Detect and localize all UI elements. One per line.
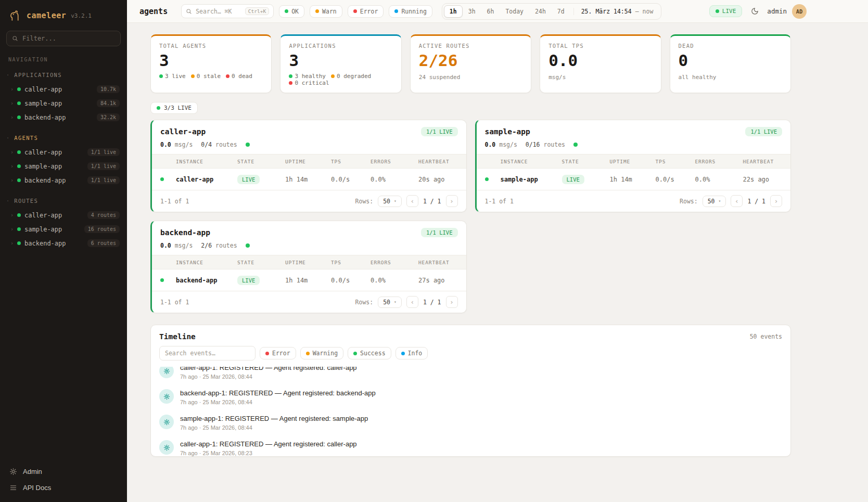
app-card-caller-app: caller-app 1/1 LIVE 0.0 msg/s 0/4 routes… bbox=[150, 120, 467, 212]
event-gear-icon bbox=[159, 415, 174, 429]
timeline-title: Timeline bbox=[159, 332, 196, 341]
range-button-today[interactable]: Today bbox=[500, 5, 529, 18]
status-dot-green bbox=[17, 87, 21, 91]
timeline-event-list[interactable]: caller-app-1: REGISTERED — Agent registe… bbox=[151, 367, 790, 457]
stat-value: 2/26 bbox=[419, 52, 522, 69]
timeline-event: caller-app-1: REGISTERED — Agent registe… bbox=[159, 435, 782, 457]
sidebar-item-applications-sample-app[interactable]: › sample-app 84.1k bbox=[0, 96, 127, 110]
table-row[interactable]: caller-app LIVE 1h 14m 0.0/s 0.0% 20s ag… bbox=[152, 169, 466, 190]
timeline-filter-info[interactable]: Info bbox=[395, 347, 428, 359]
search-input[interactable] bbox=[196, 8, 241, 15]
filter-chip-error[interactable]: Error bbox=[348, 5, 384, 18]
chevron-down-icon: ▾ bbox=[719, 199, 721, 203]
nav-section-routes: · ROUTES › caller-app 4 routes › sample-… bbox=[0, 196, 127, 250]
item-count-badge: 1/1 live bbox=[87, 148, 120, 156]
shortcut-kbd: Ctrl+K bbox=[245, 7, 269, 15]
sidebar-item-agents-backend-app[interactable]: › backend-app 1/1 live bbox=[0, 173, 127, 187]
critical-dot-icon bbox=[289, 81, 292, 85]
date-range-display[interactable]: 25. März 14:54 — now bbox=[573, 8, 660, 15]
prev-page-button[interactable]: ‹ bbox=[406, 296, 418, 308]
next-page-button[interactable]: › bbox=[446, 195, 458, 207]
page-indicator: 1 / 1 bbox=[423, 299, 441, 306]
degraded-dot-icon bbox=[331, 74, 335, 78]
chevron-down-icon: ▾ bbox=[394, 300, 397, 304]
app-card-sample-app: sample-app 1/1 LIVE 0.0 msg/s 0/16 route… bbox=[475, 120, 792, 212]
topbar: agents Ctrl+K OK Warn Error Running bbox=[127, 0, 868, 23]
sidebar-item-routes-sample-app[interactable]: › sample-app 16 routes bbox=[0, 222, 127, 236]
chevron-right-icon: › bbox=[10, 86, 14, 92]
app-version: v3.2.1 bbox=[71, 12, 92, 19]
event-text: sample-app-1: REGISTERED — Agent registe… bbox=[180, 415, 368, 422]
section-header-routes[interactable]: · ROUTES bbox=[0, 196, 127, 208]
filter-chip-running[interactable]: Running bbox=[389, 5, 432, 18]
range-button-7d[interactable]: 7d bbox=[552, 5, 570, 18]
timeline-filter-warning[interactable]: Warning bbox=[300, 347, 343, 359]
prev-page-button[interactable]: ‹ bbox=[406, 195, 418, 207]
stat-value: 3 bbox=[289, 52, 392, 69]
timeline-search-input[interactable] bbox=[159, 346, 256, 361]
section-header-agents[interactable]: · AGENTS bbox=[0, 133, 127, 145]
app-card-title: caller-app bbox=[160, 127, 206, 136]
sidebar-item-api-docs[interactable]: API Docs bbox=[9, 484, 118, 492]
sidebar-item-routes-caller-app[interactable]: › caller-app 4 routes bbox=[0, 208, 127, 222]
sidebar-item-agents-caller-app[interactable]: › caller-app 1/1 live bbox=[0, 145, 127, 159]
success-dot-icon bbox=[353, 352, 357, 355]
sidebar-filter-input[interactable] bbox=[22, 35, 115, 42]
global-search: Ctrl+K bbox=[181, 4, 274, 18]
app-logo[interactable]: cameleer v3.2.1 bbox=[0, 0, 127, 30]
app-root: cameleer v3.2.1 NAVIGATION · APPLICATION… bbox=[0, 0, 868, 502]
status-dot-green bbox=[17, 150, 21, 154]
table-row[interactable]: backend-app LIVE 1h 14m 0.0/s 0.0% 27s a… bbox=[152, 269, 466, 291]
prev-page-button[interactable]: ‹ bbox=[731, 195, 743, 207]
range-button-6h[interactable]: 6h bbox=[481, 5, 500, 18]
rows-per-page-select[interactable]: 50▾ bbox=[378, 196, 402, 207]
table-row[interactable]: sample-app LIVE 1h 14m 0.0/s 0.0% 22s ag… bbox=[477, 169, 791, 190]
error-dot-icon bbox=[353, 9, 357, 13]
avatar[interactable]: AD bbox=[792, 4, 807, 19]
next-page-button[interactable]: › bbox=[770, 195, 782, 207]
dark-mode-toggle[interactable] bbox=[747, 4, 762, 19]
gear-icon bbox=[9, 468, 17, 475]
item-count-badge: 32.2k bbox=[97, 113, 120, 121]
collapse-dot-icon: · bbox=[6, 72, 10, 78]
item-count-badge: 6 routes bbox=[87, 239, 120, 247]
filter-chip-warn[interactable]: Warn bbox=[310, 5, 342, 18]
range-start: 25. März 14:54 bbox=[581, 8, 632, 15]
table-footer: 1-1 of 1 Rows: 50▾ ‹ 1 / 1 › bbox=[152, 291, 466, 313]
item-count-badge: 1/1 live bbox=[87, 176, 120, 184]
page-title: agents bbox=[139, 7, 168, 16]
range-separator: — bbox=[635, 8, 639, 15]
time-range-group: 1h 3h 6h Today 24h 7d 25. März 14:54 — n… bbox=[442, 3, 662, 20]
app-card-title: backend-app bbox=[160, 228, 210, 237]
sidebar-item-applications-backend-app[interactable]: › backend-app 32.2k bbox=[0, 110, 127, 124]
app-live-badge: 1/1 LIVE bbox=[745, 127, 782, 136]
state-badge: LIVE bbox=[237, 276, 260, 285]
item-count-badge: 84.1k bbox=[97, 99, 120, 107]
status-dot-green bbox=[160, 278, 164, 282]
status-dot-green bbox=[17, 227, 21, 231]
section-header-applications[interactable]: · APPLICATIONS bbox=[0, 70, 127, 82]
table-footer: 1-1 of 1 Rows: 50▾ ‹ 1 / 1 › bbox=[152, 190, 466, 212]
sidebar-item-admin[interactable]: Admin bbox=[9, 468, 118, 475]
next-page-button[interactable]: › bbox=[446, 296, 458, 308]
event-time: 7h ago · 25 Mar 2026, 08:44 bbox=[180, 424, 368, 431]
app-stats-row: 0.0 msg/s 0/16 routes bbox=[477, 141, 791, 154]
status-dot-green bbox=[17, 241, 21, 245]
range-button-1h[interactable]: 1h bbox=[444, 5, 463, 18]
filter-chip-ok[interactable]: OK bbox=[279, 5, 304, 18]
timeline-toolbar: Error Warning Success Info bbox=[151, 345, 790, 367]
sidebar-item-applications-caller-app[interactable]: › caller-app 10.7k bbox=[0, 82, 127, 96]
pulse-dot-icon bbox=[246, 143, 250, 147]
timeline-filter-error[interactable]: Error bbox=[260, 347, 296, 359]
rows-per-page-select[interactable]: 50▾ bbox=[703, 196, 726, 207]
row-range-label: 1-1 of 1 bbox=[160, 299, 189, 306]
sidebar-item-routes-backend-app[interactable]: › backend-app 6 routes bbox=[0, 236, 127, 250]
chevron-right-icon: › bbox=[10, 212, 14, 218]
rows-per-page-select[interactable]: 50▾ bbox=[378, 297, 402, 308]
range-button-3h[interactable]: 3h bbox=[463, 5, 481, 18]
timeline-event: sample-app-1: REGISTERED — Agent registe… bbox=[159, 410, 782, 435]
range-button-24h[interactable]: 24h bbox=[529, 5, 552, 18]
timeline-filter-success[interactable]: Success bbox=[348, 347, 391, 359]
event-time: 7h ago · 25 Mar 2026, 08:44 bbox=[180, 374, 357, 380]
sidebar-item-agents-sample-app[interactable]: › sample-app 1/1 live bbox=[0, 159, 127, 173]
